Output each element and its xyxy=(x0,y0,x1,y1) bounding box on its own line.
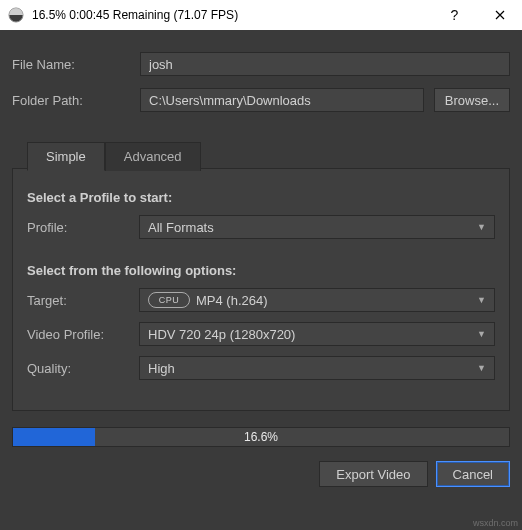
file-name-input[interactable] xyxy=(140,52,510,76)
chevron-down-icon: ▼ xyxy=(477,222,486,232)
app-icon xyxy=(8,7,24,23)
folder-path-input[interactable] xyxy=(140,88,424,112)
dialog-body: File Name: Folder Path: Browse... Simple… xyxy=(0,30,522,421)
profile-select[interactable]: All Formats ▼ xyxy=(139,215,495,239)
window-title: 16.5% 0:00:45 Remaining (71.07 FPS) xyxy=(32,8,432,22)
chevron-down-icon: ▼ xyxy=(477,295,486,305)
options-section-header: Select from the following options: xyxy=(27,263,495,278)
titlebar: 16.5% 0:00:45 Remaining (71.07 FPS) ? xyxy=(0,0,522,30)
target-select[interactable]: CPU MP4 (h.264) ▼ xyxy=(139,288,495,312)
watermark: wsxdn.com xyxy=(473,518,518,528)
cancel-button[interactable]: Cancel xyxy=(436,461,510,487)
progress-bar: 16.6% xyxy=(12,427,510,447)
video-profile-value: HDV 720 24p (1280x720) xyxy=(148,327,295,342)
help-button[interactable]: ? xyxy=(432,0,477,30)
video-profile-label: Video Profile: xyxy=(27,327,139,342)
tab-area: Simple Advanced Select a Profile to star… xyxy=(12,168,510,411)
close-button[interactable] xyxy=(477,0,522,30)
export-video-button[interactable]: Export Video xyxy=(319,461,427,487)
chevron-down-icon: ▼ xyxy=(477,363,486,373)
folder-path-label: Folder Path: xyxy=(12,93,140,108)
tab-simple[interactable]: Simple xyxy=(27,142,105,171)
button-row: Export Video Cancel xyxy=(0,451,522,497)
cpu-badge-icon: CPU xyxy=(148,292,190,308)
browse-button[interactable]: Browse... xyxy=(434,88,510,112)
quality-select[interactable]: High ▼ xyxy=(139,356,495,380)
chevron-down-icon: ▼ xyxy=(477,329,486,339)
video-profile-select[interactable]: HDV 720 24p (1280x720) ▼ xyxy=(139,322,495,346)
progress-text: 16.6% xyxy=(13,430,509,444)
profile-label: Profile: xyxy=(27,220,139,235)
profile-value: All Formats xyxy=(148,220,214,235)
target-value: MP4 (h.264) xyxy=(196,293,268,308)
file-name-label: File Name: xyxy=(12,57,140,72)
profile-section-header: Select a Profile to start: xyxy=(27,190,495,205)
target-label: Target: xyxy=(27,293,139,308)
tab-advanced[interactable]: Advanced xyxy=(105,142,201,171)
tab-strip: Simple Advanced xyxy=(27,168,495,171)
quality-value: High xyxy=(148,361,175,376)
quality-label: Quality: xyxy=(27,361,139,376)
